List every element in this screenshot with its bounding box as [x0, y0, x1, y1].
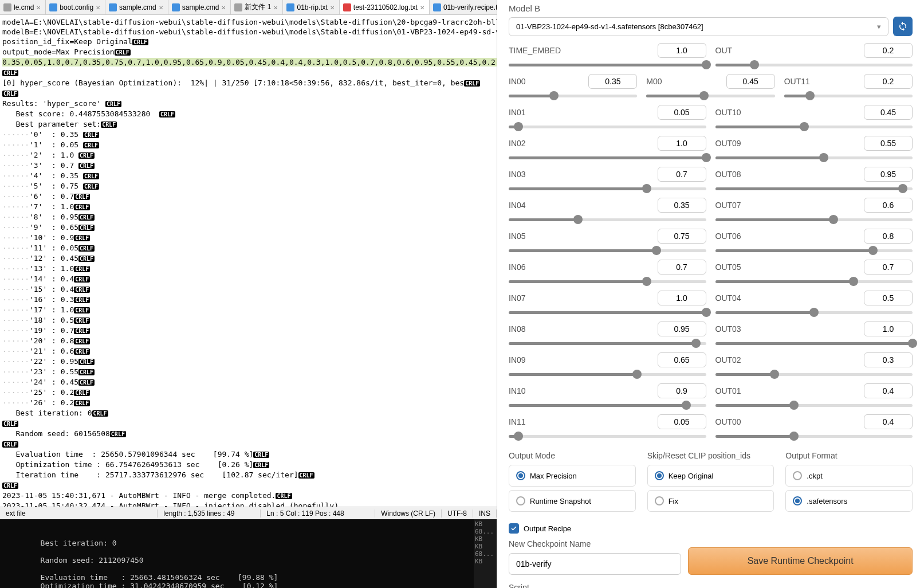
close-icon[interactable]: ✕	[420, 5, 426, 10]
slider-value-input[interactable]: 0.05	[658, 105, 706, 120]
slider-thumb[interactable]	[868, 246, 878, 255]
file-tab[interactable]: test-23110502.log.txt✕	[340, 0, 430, 14]
radio-ckpt[interactable]: .ckpt	[785, 465, 913, 487]
slider-track[interactable]	[509, 122, 706, 131]
slider-value-input[interactable]: 0.95	[864, 167, 913, 182]
slider-track[interactable]	[509, 91, 637, 100]
slider-value-input[interactable]: 0.2	[864, 74, 913, 89]
file-tab[interactable]: boot.config✕	[46, 0, 105, 14]
slider-track[interactable]	[509, 60, 706, 69]
slider-value-input[interactable]: 0.05	[658, 414, 706, 429]
refresh-button[interactable]	[893, 17, 913, 36]
slider-thumb[interactable]	[642, 277, 651, 286]
slider-thumb[interactable]	[702, 60, 711, 69]
new-ckpt-input[interactable]	[509, 553, 681, 575]
close-icon[interactable]: ✕	[221, 5, 227, 10]
slider-thumb[interactable]	[699, 91, 709, 100]
slider-value-input[interactable]: 0.7	[658, 167, 706, 182]
slider-track[interactable]	[509, 215, 706, 224]
slider-value-input[interactable]: 0.8	[864, 229, 913, 244]
slider-thumb[interactable]	[800, 122, 809, 131]
slider-track[interactable]	[509, 308, 706, 317]
slider-value-input[interactable]: 0.75	[658, 229, 706, 244]
slider-value-input[interactable]: 0.55	[864, 136, 913, 151]
slider-thumb[interactable]	[549, 91, 559, 100]
slider-value-input[interactable]: 0.45	[726, 74, 775, 89]
close-icon[interactable]: ✕	[96, 5, 101, 10]
close-icon[interactable]: ✕	[36, 5, 42, 10]
slider-thumb[interactable]	[702, 308, 711, 317]
slider-track[interactable]	[715, 401, 913, 410]
radio-runtime-snapshot[interactable]: Runtime Snapshot	[509, 490, 636, 512]
slider-thumb[interactable]	[514, 122, 523, 131]
slider-thumb[interactable]	[789, 401, 799, 410]
slider-thumb[interactable]	[702, 153, 711, 162]
slider-track[interactable]	[784, 91, 913, 100]
slider-thumb[interactable]	[809, 308, 819, 317]
slider-value-input[interactable]: 0.7	[864, 260, 913, 275]
slider-track[interactable]	[715, 215, 913, 224]
slider-value-input[interactable]: 0.35	[658, 198, 706, 213]
slider-thumb[interactable]	[750, 60, 759, 69]
slider-value-input[interactable]: 1.0	[658, 43, 706, 58]
slider-thumb[interactable]	[770, 370, 779, 379]
output-recipe-checkbox[interactable]	[509, 523, 519, 534]
slider-value-input[interactable]: 0.95	[658, 322, 706, 336]
file-tab[interactable]: sample.cmd✕	[168, 0, 231, 14]
file-tab[interactable]: le.cmd✕	[0, 0, 46, 14]
radio-keep-original[interactable]: Keep Original	[647, 465, 774, 487]
slider-value-input[interactable]: 0.35	[588, 74, 637, 89]
slider-thumb[interactable]	[819, 153, 828, 162]
file-tab[interactable]: 新文件 1✕	[231, 0, 283, 14]
slider-value-input[interactable]: 0.6	[864, 198, 913, 213]
slider-value-input[interactable]: 0.7	[658, 260, 706, 275]
slider-track[interactable]	[509, 153, 706, 162]
slider-value-input[interactable]: 0.4	[864, 383, 913, 398]
slider-value-input[interactable]: 1.0	[864, 322, 913, 336]
slider-track[interactable]	[715, 246, 913, 255]
slider-track[interactable]	[646, 91, 774, 100]
slider-track[interactable]	[715, 153, 913, 162]
save-runtime-checkpoint-button[interactable]: Save Runtime Checkpoint	[688, 547, 913, 575]
slider-track[interactable]	[509, 277, 706, 286]
slider-thumb[interactable]	[642, 184, 651, 193]
radio-max-precision[interactable]: Max Precision	[509, 465, 636, 487]
file-tab[interactable]: sample.cmd✕	[105, 0, 168, 14]
slider-thumb[interactable]	[691, 339, 701, 348]
slider-track[interactable]	[509, 339, 706, 348]
slider-thumb[interactable]	[849, 277, 858, 286]
slider-value-input[interactable]: 0.4	[864, 414, 913, 429]
slider-track[interactable]	[509, 432, 706, 441]
slider-track[interactable]	[715, 277, 913, 286]
slider-value-input[interactable]: 1.0	[658, 291, 706, 305]
slider-value-input[interactable]: 0.9	[658, 383, 706, 398]
terminal[interactable]: Best iteration: 0 Random seed: 211209745…	[0, 519, 497, 588]
slider-track[interactable]	[715, 308, 913, 317]
slider-thumb[interactable]	[573, 215, 583, 224]
file-tab[interactable]: 01b-rip.txt✕	[283, 0, 339, 14]
slider-thumb[interactable]	[805, 91, 815, 100]
model-b-dropdown[interactable]: 01-VBP23-1024-ep49-sd-v1-4.safetensors […	[509, 17, 888, 36]
slider-track[interactable]	[715, 184, 913, 193]
slider-value-input[interactable]: 0.5	[864, 291, 913, 305]
slider-thumb[interactable]	[829, 215, 838, 224]
slider-thumb[interactable]	[898, 184, 907, 193]
close-icon[interactable]: ✕	[330, 5, 336, 10]
slider-track[interactable]	[715, 370, 913, 379]
slider-value-input[interactable]: 0.3	[864, 352, 913, 367]
slider-track[interactable]	[715, 60, 913, 69]
slider-track[interactable]	[509, 246, 706, 255]
slider-value-input[interactable]: 0.45	[864, 105, 913, 120]
text-editor[interactable]: modelA=E:\NOVELAI\stable-diffusion-webui…	[0, 15, 497, 507]
slider-value-input[interactable]: 1.0	[658, 136, 706, 151]
slider-thumb[interactable]	[632, 370, 642, 379]
slider-track[interactable]	[509, 184, 706, 193]
slider-track[interactable]	[509, 401, 706, 410]
slider-thumb[interactable]	[652, 246, 661, 255]
close-icon[interactable]: ✕	[159, 5, 164, 10]
slider-track[interactable]	[509, 370, 706, 379]
slider-track[interactable]	[715, 432, 913, 441]
slider-thumb[interactable]	[908, 339, 917, 348]
slider-thumb[interactable]	[789, 432, 799, 441]
slider-value-input[interactable]: 0.65	[658, 352, 706, 367]
